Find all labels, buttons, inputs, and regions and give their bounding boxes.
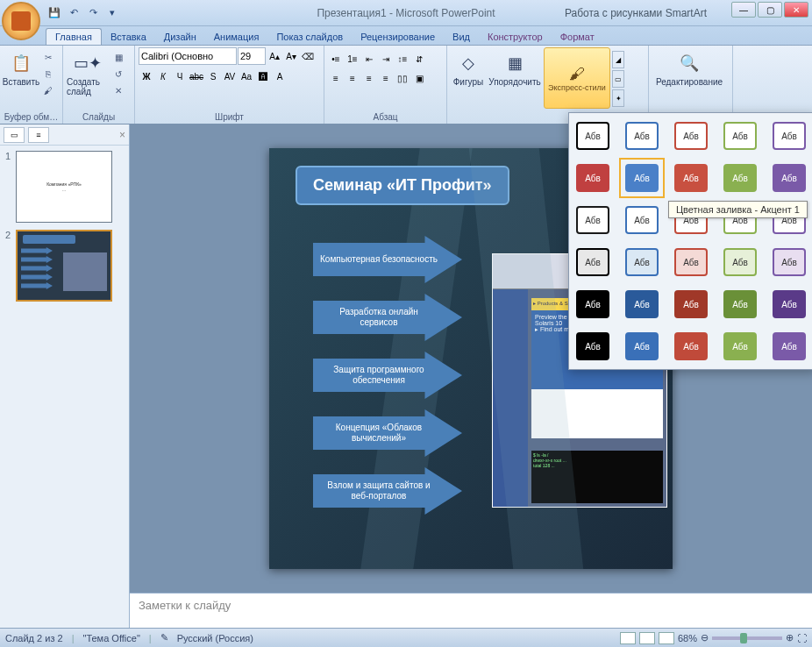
thumb-2[interactable]: 2: [5, 230, 124, 302]
sorter-view-button[interactable]: [639, 632, 655, 644]
style-swatch-9[interactable]: Абв: [769, 160, 809, 196]
format-btn-2[interactable]: Ч: [172, 68, 188, 84]
tab-insert[interactable]: Вставка: [102, 29, 155, 45]
zoom-in-button[interactable]: ⊕: [786, 632, 794, 643]
convert-smartart-icon[interactable]: ▣: [411, 70, 427, 86]
align-right-icon[interactable]: ≡: [361, 70, 377, 86]
text-direction-icon[interactable]: ⇵: [411, 51, 427, 67]
express-styles-button[interactable]: 🖌 Экспресс-стили: [544, 47, 610, 109]
panel-close-icon[interactable]: ×: [119, 129, 125, 141]
tab-review[interactable]: Рецензирование: [352, 29, 444, 45]
font-color-icon[interactable]: A: [272, 68, 288, 84]
style-swatch-25[interactable]: Абв: [573, 329, 613, 364]
reset-icon[interactable]: ↺: [110, 66, 126, 82]
fit-window-button[interactable]: ⛶: [797, 633, 807, 643]
office-button[interactable]: [2, 2, 40, 40]
indent-left-icon[interactable]: ⇤: [361, 51, 377, 67]
delete-slide-icon[interactable]: ✕: [110, 82, 126, 98]
style-swatch-11[interactable]: Абв: [622, 203, 662, 238]
style-swatch-21[interactable]: Абв: [622, 287, 662, 322]
format-btn-5[interactable]: AV: [222, 68, 238, 84]
font-name-select[interactable]: [139, 47, 237, 65]
style-swatch-23[interactable]: Абв: [720, 287, 760, 322]
editing-button[interactable]: 🔍 Редактирование: [652, 47, 726, 107]
smartart-diagram[interactable]: Компьютерная безопасностьРазработка онла…: [313, 236, 462, 525]
style-swatch-22[interactable]: Абв: [671, 287, 711, 322]
style-swatch-15[interactable]: Абв: [573, 245, 613, 280]
style-swatch-0[interactable]: Абв: [573, 118, 613, 153]
style-swatch-7[interactable]: Абв: [671, 160, 711, 196]
copy-icon[interactable]: ⎘: [40, 66, 56, 82]
tab-constructor[interactable]: Конструктор: [479, 29, 552, 45]
slide-title-box[interactable]: Семинар «ИТ Профит»: [296, 166, 509, 205]
font-size-select[interactable]: [238, 47, 266, 65]
layout-icon[interactable]: ▦: [110, 49, 126, 65]
cut-icon[interactable]: ✂: [40, 49, 56, 65]
new-slide-button[interactable]: ▭✦ Создать слайд: [67, 47, 109, 107]
align-center-icon[interactable]: ≡: [345, 70, 360, 86]
format-btn-4[interactable]: S: [205, 68, 221, 84]
style-swatch-20[interactable]: Абв: [573, 287, 613, 322]
qat-more-icon[interactable]: ▾: [103, 4, 121, 22]
smartart-arrow-3[interactable]: Концепция «Облаков вычислений»: [313, 409, 462, 457]
style-swatch-3[interactable]: Абв: [720, 118, 760, 153]
save-icon[interactable]: 💾: [46, 4, 63, 22]
tab-design[interactable]: Дизайн: [155, 29, 205, 45]
style-swatch-18[interactable]: Абв: [720, 245, 760, 280]
tab-format[interactable]: Формат: [552, 29, 603, 45]
style-swatch-27[interactable]: Абв: [671, 329, 711, 364]
arrange-button[interactable]: ▦ Упорядочить: [488, 47, 542, 107]
grow-font-icon[interactable]: A▴: [267, 48, 282, 64]
clear-format-icon[interactable]: ⌫: [300, 48, 316, 64]
minimize-button[interactable]: —: [731, 2, 756, 18]
style-swatch-19[interactable]: Абв: [769, 245, 809, 280]
tab-animation[interactable]: Анимация: [205, 29, 268, 45]
smartart-arrow-2[interactable]: Защита программного обеспечения: [313, 352, 462, 399]
close-button[interactable]: ✕: [784, 2, 808, 18]
shape-fill-icon[interactable]: ◢: [612, 51, 624, 68]
tab-slideshow[interactable]: Показ слайдов: [267, 29, 352, 45]
normal-view-button[interactable]: [620, 632, 636, 644]
shrink-font-icon[interactable]: A▾: [283, 48, 299, 64]
style-swatch-26[interactable]: Абв: [622, 329, 662, 364]
shape-effects-icon[interactable]: ✦: [612, 89, 624, 107]
indent-right-icon[interactable]: ⇥: [378, 51, 394, 67]
style-swatch-1[interactable]: Абв: [622, 118, 662, 153]
highlight-icon[interactable]: 🅰: [255, 68, 271, 84]
paste-button[interactable]: 📋 Вставить: [4, 47, 39, 107]
style-swatch-10[interactable]: Абв: [573, 203, 613, 238]
justify-icon[interactable]: ≡: [378, 70, 394, 86]
zoom-out-button[interactable]: ⊖: [701, 632, 709, 643]
style-swatch-4[interactable]: Абв: [769, 118, 809, 153]
status-lang[interactable]: Русский (Россия): [177, 633, 253, 643]
notes-pane[interactable]: Заметки к слайду: [130, 593, 812, 628]
smartart-arrow-1[interactable]: Разработка онлайн сервисов: [313, 294, 462, 341]
smartart-arrow-4[interactable]: Взлом и защита сайтов и веб-порталов: [313, 467, 462, 515]
format-btn-1[interactable]: К: [155, 68, 171, 84]
format-painter-icon[interactable]: 🖌: [40, 82, 56, 98]
format-btn-0[interactable]: Ж: [139, 68, 154, 84]
style-swatch-5[interactable]: Абв: [573, 160, 613, 196]
zoom-slider[interactable]: [712, 636, 782, 640]
format-btn-3[interactable]: abc: [189, 68, 204, 84]
style-swatch-24[interactable]: Абв: [769, 287, 809, 322]
outline-tab-icon[interactable]: ≡: [28, 127, 49, 143]
thumb-1[interactable]: 1 Компания «РПК» …: [5, 151, 124, 223]
tab-view[interactable]: Вид: [444, 29, 479, 45]
maximize-button[interactable]: ▢: [758, 2, 782, 18]
style-swatch-2[interactable]: Абв: [671, 118, 711, 153]
bullets-icon[interactable]: •≡: [328, 51, 344, 67]
slides-tab-icon[interactable]: ▭: [4, 127, 25, 143]
style-swatch-28[interactable]: Абв: [720, 329, 760, 364]
smartart-arrow-0[interactable]: Компьютерная безопасность: [313, 236, 462, 283]
style-swatch-17[interactable]: Абв: [671, 245, 711, 280]
line-spacing-icon[interactable]: ↕≡: [395, 51, 410, 67]
shape-outline-icon[interactable]: ▭: [612, 70, 624, 88]
style-swatch-8[interactable]: Абв: [720, 160, 760, 196]
style-swatch-6[interactable]: Абв: [622, 160, 662, 196]
spellcheck-icon[interactable]: ✎: [160, 632, 168, 643]
undo-icon[interactable]: ↶: [65, 4, 82, 22]
shapes-button[interactable]: ◇ Фигуры: [451, 47, 486, 107]
style-swatch-16[interactable]: Абв: [622, 245, 662, 280]
columns-icon[interactable]: ▯▯: [395, 70, 410, 86]
